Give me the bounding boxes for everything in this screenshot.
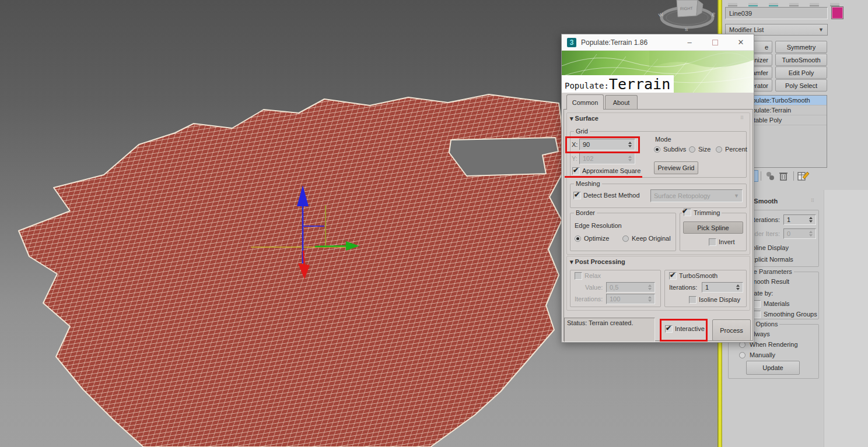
modifier-button-symmetry[interactable]: Symmetry — [775, 41, 827, 53]
mode-size-radio[interactable] — [689, 146, 695, 153]
approximate-square-checkbox[interactable] — [572, 167, 580, 175]
trimming-toggle[interactable]: Trimming — [682, 209, 722, 216]
wirecolor-swatch[interactable] — [831, 6, 844, 19]
keep-original-radio[interactable] — [622, 235, 629, 242]
grid-group-label: Grid — [574, 128, 590, 135]
annotation-x-spinner — [565, 136, 640, 153]
relax-value-field: 0,5 — [606, 282, 655, 293]
isoline-display-checkbox[interactable] — [689, 296, 696, 304]
invert-checkbox[interactable] — [709, 238, 716, 246]
trimming-checkbox[interactable] — [684, 209, 691, 216]
mode-size-label: Size — [698, 146, 710, 153]
spinner-arrows — [646, 283, 653, 292]
application-window: RIGHT W E S Line039 Modifier List ▼ e Sy… — [0, 0, 868, 447]
update-button[interactable]: Update — [746, 361, 800, 375]
update-manually-radio[interactable] — [739, 352, 746, 358]
render-iters-field: 0 — [783, 228, 816, 239]
tab-common[interactable]: Common — [566, 94, 604, 110]
modifier-button-edit-poly[interactable]: Edit Poly — [775, 66, 827, 79]
border-group-label: Border — [574, 209, 597, 216]
chevron-down-icon: ▼ — [818, 27, 824, 33]
relax-checkbox[interactable] — [575, 272, 582, 280]
optimize-radio[interactable] — [575, 235, 581, 242]
remove-modifier-trash-icon[interactable] — [778, 170, 789, 182]
maximize-icon — [712, 40, 718, 45]
meshing-group-label: Meshing — [574, 180, 602, 187]
annotation-approx-square-underline — [565, 176, 642, 178]
process-button[interactable]: Process — [712, 319, 751, 341]
make-unique-icon[interactable] — [764, 171, 776, 181]
spinner-arrows[interactable] — [807, 215, 814, 224]
dialog-title: Populate:Terrain 1.86 — [581, 38, 648, 47]
close-button[interactable]: ✕ — [728, 34, 754, 50]
chevron-down-icon: ▼ — [734, 193, 739, 199]
relax-label: Relax — [584, 272, 601, 279]
tab-display-icon[interactable] — [810, 3, 819, 6]
tab-about[interactable]: About — [605, 95, 638, 110]
detect-best-method-checkbox[interactable] — [573, 192, 581, 199]
populate-terrain-dialog: 3 Populate:Terrain 1.86 – ✕ Populate:Ter… — [561, 34, 754, 343]
relax-value-label: Value: — [585, 284, 603, 291]
mode-subdivs-label: Subdivs — [663, 146, 686, 153]
viewcube-face-label[interactable]: RIGHT — [680, 6, 694, 10]
turbosmooth-label: TurboSmooth — [679, 272, 718, 279]
dialog-banner: Populate:Terrain — [562, 51, 754, 93]
spinner-arrows — [646, 294, 653, 304]
modifier-button-turbosmooth[interactable]: TurboSmooth — [775, 54, 827, 66]
materials-label: Materials — [764, 300, 790, 307]
y-spinner: 102 — [579, 153, 635, 164]
surface-rollout-header[interactable]: ▾ Surface — [570, 115, 598, 122]
compass-south[interactable]: S — [685, 27, 688, 32]
tab-create-icon[interactable] — [728, 3, 737, 6]
terrain-trim-hole — [449, 138, 558, 176]
turbo-iterations-label: Iterations: — [669, 284, 697, 291]
approximate-square-label: Approximate Square — [582, 167, 640, 174]
relax-iterations-field: 100 — [606, 294, 655, 304]
3dsmax-app-icon: 3 — [567, 38, 576, 47]
update-when-rendering-label: When Rendering — [750, 341, 798, 348]
maximize-button[interactable] — [702, 34, 728, 50]
post-processing-header[interactable]: ▾ Post Processing — [570, 258, 625, 266]
dialog-titlebar[interactable]: 3 Populate:Terrain 1.86 – ✕ — [562, 34, 754, 51]
toolbar-separator — [761, 171, 761, 181]
tab-hierarchy-icon[interactable] — [769, 3, 778, 6]
toolbar-separator — [793, 171, 794, 181]
modifier-list-label: Modifier List — [729, 26, 764, 33]
iterations-label: Iterations: — [752, 216, 780, 223]
annotation-interactive — [660, 319, 708, 342]
border-group: Border — [570, 213, 676, 251]
mode-label: Mode — [655, 136, 671, 143]
turbosmooth-checkbox[interactable] — [669, 272, 677, 280]
modifier-button-poly-select[interactable]: Poly Select — [775, 79, 827, 91]
rollout-grip: ⠿ — [740, 115, 744, 121]
preview-grid-button[interactable]: Preview Grid — [654, 161, 698, 174]
minimize-button[interactable]: – — [677, 34, 702, 50]
object-name-value: Line039 — [729, 10, 752, 17]
status-box: Status: Terrain created. — [564, 318, 655, 342]
tab-modify-icon[interactable] — [748, 3, 758, 6]
isoline-display-label: Isoline Display — [699, 296, 740, 303]
mode-percent-label: Percent — [725, 146, 747, 153]
object-name-field[interactable]: Line039 — [725, 7, 828, 19]
mode-subdivs-radio[interactable] — [654, 146, 660, 153]
invert-label: Invert — [719, 238, 735, 245]
update-manually-label: Manually — [750, 351, 775, 358]
panel-empty-column — [824, 190, 868, 447]
configure-modifier-sets-icon[interactable] — [797, 170, 810, 182]
iterations-field[interactable]: 1 — [783, 214, 816, 225]
tab-motion-icon[interactable] — [789, 3, 799, 6]
viewcube[interactable]: RIGHT W E S — [646, 0, 728, 36]
pick-spline-button[interactable]: Pick Spline — [683, 221, 743, 234]
trimming-label: Trimming — [694, 209, 720, 216]
spinner-arrows — [626, 153, 634, 164]
compass-east[interactable]: E — [712, 12, 716, 17]
edge-resolution-label: Edge Resolution — [575, 222, 622, 229]
banner-label: Populate:Terrain — [562, 75, 674, 93]
y-label: Y: — [572, 155, 578, 162]
spinner-arrows — [807, 229, 814, 238]
relax-iterations-label: Iterations: — [575, 295, 603, 302]
keep-original-label: Keep Original — [632, 235, 671, 242]
mode-percent-radio[interactable] — [716, 146, 722, 153]
spinner-arrows[interactable] — [734, 283, 741, 292]
turbo-iterations-field[interactable]: 1 — [702, 282, 743, 293]
